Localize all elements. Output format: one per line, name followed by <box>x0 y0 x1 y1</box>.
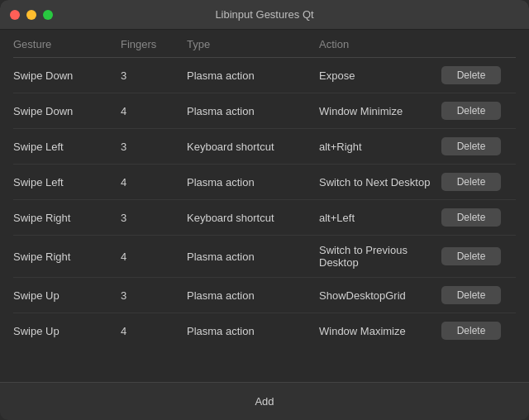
delete-button[interactable]: Delete <box>441 173 501 191</box>
cell-fingers: 3 <box>121 289 187 302</box>
footer: Add <box>0 382 529 420</box>
table-row: Swipe Left4Plasma actionSwitch to Next D… <box>13 165 516 200</box>
table-row: Swipe Down3Plasma actionExposeDelete <box>13 58 516 93</box>
delete-button[interactable]: Delete <box>441 102 501 120</box>
cell-gesture: Swipe Down <box>13 69 121 82</box>
cell-type: Plasma action <box>187 289 319 302</box>
cell-action: ShowDesktopGrid <box>319 289 441 302</box>
cell-type: Keyboard shortcut <box>187 141 319 153</box>
cell-action: alt+Left <box>319 212 441 224</box>
cell-action: alt+Right <box>319 141 441 153</box>
delete-button[interactable]: Delete <box>441 208 501 227</box>
table-header: Gesture Fingers Type Action <box>13 30 516 58</box>
maximize-button[interactable] <box>43 10 53 20</box>
cell-gesture: Swipe Right <box>13 212 121 224</box>
add-button[interactable]: Add <box>0 383 529 420</box>
cell-type: Keyboard shortcut <box>187 212 319 224</box>
table-row: Swipe Up3Plasma actionShowDesktopGridDel… <box>13 278 516 313</box>
cell-gesture: Swipe Right <box>13 251 121 263</box>
header-gesture: Gesture <box>13 38 121 50</box>
delete-button[interactable]: Delete <box>441 66 501 84</box>
header-action: Action <box>319 38 441 50</box>
table-row: Swipe Right3Keyboard shortcutalt+LeftDel… <box>13 200 516 236</box>
cell-type: Plasma action <box>187 325 319 337</box>
cell-gesture: Swipe Down <box>13 105 121 117</box>
cell-fingers: 3 <box>121 69 187 82</box>
cell-type: Plasma action <box>187 176 319 189</box>
header-fingers: Fingers <box>121 38 187 50</box>
cell-gesture: Swipe Left <box>13 176 121 189</box>
cell-gesture: Swipe Up <box>13 325 121 337</box>
cell-type: Plasma action <box>187 251 319 263</box>
cell-action: Switch to Previous Desktop <box>319 244 441 269</box>
cell-gesture: Swipe Up <box>13 289 121 302</box>
cell-fingers: 4 <box>121 325 187 337</box>
cell-action: Expose <box>319 69 441 82</box>
delete-button[interactable]: Delete <box>441 322 501 340</box>
cell-fingers: 4 <box>121 251 187 263</box>
close-button[interactable] <box>10 10 20 20</box>
title-bar: Libinput Gestures Qt <box>0 0 529 30</box>
table-row: Swipe Left3Keyboard shortcutalt+RightDel… <box>13 129 516 165</box>
table-row: Swipe Down4Plasma actionWindow MinimizeD… <box>13 93 516 129</box>
main-content: Gesture Fingers Type Action Swipe Down3P… <box>0 30 529 348</box>
cell-fingers: 4 <box>121 105 187 117</box>
table-body: Swipe Down3Plasma actionExposeDeleteSwip… <box>13 58 516 348</box>
cell-gesture: Swipe Left <box>13 141 121 153</box>
window-title: Libinput Gestures Qt <box>215 8 313 21</box>
cell-action: Switch to Next Desktop <box>319 176 441 189</box>
delete-button[interactable]: Delete <box>441 137 501 155</box>
header-actions <box>441 38 516 50</box>
header-type: Type <box>187 38 319 50</box>
minimize-button[interactable] <box>26 10 36 20</box>
window-controls <box>10 10 53 20</box>
cell-type: Plasma action <box>187 105 319 117</box>
cell-fingers: 3 <box>121 141 187 153</box>
delete-button[interactable]: Delete <box>441 247 501 265</box>
cell-fingers: 4 <box>121 176 187 189</box>
table-row: Swipe Right4Plasma actionSwitch to Previ… <box>13 236 516 278</box>
cell-action: Window Maximize <box>319 325 441 337</box>
cell-fingers: 3 <box>121 212 187 224</box>
table-row: Swipe Up4Plasma actionWindow MaximizeDel… <box>13 313 516 348</box>
cell-action: Window Minimize <box>319 105 441 117</box>
cell-type: Plasma action <box>187 69 319 82</box>
delete-button[interactable]: Delete <box>441 286 501 304</box>
